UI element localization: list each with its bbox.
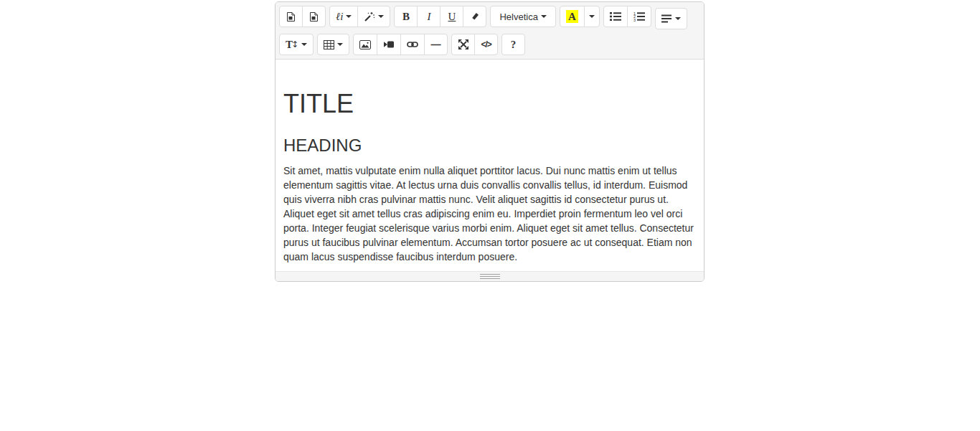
fontsize-button-group: T↕ (279, 34, 314, 55)
color-button-group: A (560, 6, 600, 27)
font-color-icon: A (566, 10, 578, 23)
bold-button[interactable]: B (394, 6, 418, 27)
underline-button[interactable]: U (440, 6, 463, 27)
style-icon: ℓi (336, 11, 343, 22)
document-icon (286, 11, 296, 22)
style-dropdown-button[interactable]: ℓi (329, 6, 358, 27)
help-button-group: ? (501, 34, 525, 55)
italic-button[interactable]: I (417, 6, 440, 27)
fullscreen-button[interactable] (451, 34, 475, 55)
style-button-group: ℓi (329, 6, 390, 27)
paragraph-align-dropdown-button[interactable] (655, 8, 687, 29)
clear-formatting-button[interactable] (463, 6, 486, 27)
caret-down-icon (541, 15, 547, 18)
table-button-group (317, 34, 349, 55)
editor-statusbar[interactable] (275, 271, 704, 281)
fontname-dropdown-button[interactable]: Helvetica (490, 6, 555, 27)
codeview-icon: </> (481, 40, 491, 49)
editor-toolbar: ℓi (275, 2, 704, 60)
video-icon (383, 40, 395, 49)
caret-down-icon (346, 15, 352, 18)
content-paragraph: Sit amet, mattis vulputate enim nulla al… (283, 164, 697, 264)
insert-hr-button[interactable]: — (424, 34, 448, 55)
insert-button-group: — (353, 34, 448, 55)
svg-text:3: 3 (633, 18, 636, 22)
align-left-icon (661, 14, 672, 23)
insert-picture-button[interactable] (353, 34, 377, 55)
fontname-label: Helvetica (499, 12, 537, 22)
resize-handle-icon[interactable] (480, 274, 500, 279)
italic-icon: I (427, 11, 430, 22)
content-title: TITLE (283, 90, 697, 118)
table-dropdown-button[interactable] (317, 34, 349, 55)
caret-down-icon (589, 15, 595, 18)
caret-down-icon (378, 15, 384, 18)
ordered-list-icon: 1 2 3 (633, 11, 645, 22)
document-button-2[interactable] (302, 6, 326, 27)
content-heading: HEADING (283, 136, 697, 156)
table-icon (324, 40, 334, 49)
toolbar-row-2: T↕ (279, 34, 700, 55)
underline-icon: U (448, 11, 456, 22)
picture-icon (359, 40, 371, 49)
view-button-group: </> (451, 34, 498, 55)
unordered-list-icon (610, 11, 621, 22)
document-button-group (279, 6, 326, 27)
insert-video-button[interactable] (377, 34, 401, 55)
link-icon (407, 41, 418, 48)
editor-content-area[interactable]: TITLE HEADING Sit amet, mattis vulputate… (275, 60, 704, 271)
paragraph-button-group (655, 8, 687, 29)
font-color-button[interactable]: A (560, 6, 585, 27)
document-button-1[interactable] (279, 6, 303, 27)
caret-down-icon (675, 17, 681, 20)
fontname-button-group: Helvetica (490, 6, 555, 27)
eraser-icon (470, 11, 480, 22)
rich-text-editor: ℓi (275, 1, 705, 282)
toolbar-row-1: ℓi (279, 6, 700, 29)
codeview-button[interactable]: </> (474, 34, 498, 55)
fontsize-dropdown-button[interactable]: T↕ (279, 34, 314, 55)
fontsize-icon: T↕ (286, 39, 298, 50)
horizontal-rule-icon: — (431, 39, 441, 49)
caret-down-icon (337, 43, 343, 46)
list-button-group: 1 2 3 (603, 6, 651, 27)
unordered-list-button[interactable] (603, 6, 628, 27)
fullscreen-icon (458, 39, 468, 49)
document-icon (309, 11, 319, 22)
insert-link-button[interactable] (400, 34, 425, 55)
font-style-button-group: B I U (394, 6, 486, 27)
help-icon: ? (511, 39, 517, 50)
color-dropdown-button[interactable] (584, 6, 600, 27)
bold-icon: B (402, 11, 410, 22)
magic-wand-icon (364, 11, 375, 22)
ordered-list-button[interactable]: 1 2 3 (627, 6, 651, 27)
help-button[interactable]: ? (501, 34, 525, 55)
caret-down-icon (301, 43, 307, 46)
magic-style-dropdown-button[interactable] (357, 6, 390, 27)
